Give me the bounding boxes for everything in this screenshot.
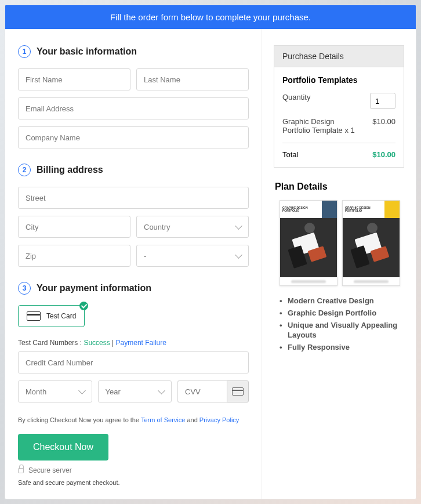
quantity-input[interactable] <box>370 93 395 109</box>
step-3-label: Your payment information <box>37 283 151 293</box>
product-name: Portfolio Templates <box>282 75 395 85</box>
right-column: Purchase Details Portfolio Templates Qua… <box>262 29 416 499</box>
cvv-hint-button[interactable] <box>227 380 249 403</box>
section-2-title: 2 Billing address <box>18 164 249 176</box>
test-card-numbers-label: Test Card Numbers : <box>18 339 84 347</box>
month-label: Month <box>26 387 46 396</box>
state-label: - <box>144 252 146 260</box>
step-1-number: 1 <box>18 45 31 58</box>
test-card-note: Test Card Numbers : Success | Payment Fa… <box>18 339 249 347</box>
line-item-price: $10.00 <box>372 117 395 126</box>
step-3-number: 3 <box>18 282 31 295</box>
month-select[interactable]: Month <box>18 380 92 403</box>
terms-of-service-link[interactable]: Term of Service <box>141 416 185 423</box>
cvv-field[interactable] <box>177 380 227 403</box>
country-label: Country <box>144 223 170 231</box>
payment-method-test-card[interactable]: Test Card <box>18 305 85 327</box>
step-2-number: 2 <box>18 164 31 176</box>
zip-field[interactable] <box>18 245 130 267</box>
plan-thumbnail-1: GRAPHIC DESIGN PORTFOLIO <box>280 200 337 286</box>
section-1-title: 1 Your basic information <box>18 45 249 58</box>
feature-item: Graphic Design Portfolio <box>288 309 404 318</box>
cc-number-field[interactable] <box>18 351 249 374</box>
plan-details-title: Plan Details <box>275 182 404 192</box>
chevron-down-icon <box>235 251 242 259</box>
thumb-1-label: GRAPHIC DESIGN PORTFOLIO <box>282 206 322 213</box>
total-value: $10.00 <box>372 150 395 159</box>
checkout-button[interactable]: Checkout Now <box>18 434 108 461</box>
thumb-2-accent <box>384 201 400 218</box>
line-item-label: Graphic Design Portfolio Template x 1 <box>282 117 364 135</box>
feature-list: Modern Creative Design Graphic Design Po… <box>274 296 404 352</box>
terms-and: and <box>185 416 199 423</box>
year-select[interactable]: Year <box>98 380 172 403</box>
lock-icon <box>18 468 24 473</box>
feature-item: Unique and Visually Appealing Layouts <box>288 321 404 340</box>
thumb-1-accent <box>322 201 337 218</box>
failure-link[interactable]: Payment Failure <box>116 339 166 347</box>
credit-card-icon <box>232 387 244 396</box>
left-column: 1 Your basic information 2 Billing addre… <box>5 29 262 499</box>
chevron-down-icon <box>158 387 165 394</box>
section-3-title: 3 Your payment information <box>18 282 249 295</box>
state-select[interactable]: - <box>136 245 249 267</box>
step-1-label: Your basic information <box>37 46 137 57</box>
street-field[interactable] <box>18 187 249 209</box>
thumb-2-label: GRAPHIC DESIGN PORTFOLIO <box>345 206 384 213</box>
terms-prefix: By clicking Checkout Now you agree to th… <box>18 416 141 423</box>
success-link[interactable]: Success <box>84 339 110 347</box>
plan-thumbnail-2: GRAPHIC DESIGN PORTFOLIO <box>342 200 400 286</box>
email-field[interactable] <box>18 97 249 119</box>
terms-text: By clicking Checkout Now you agree to th… <box>18 416 249 423</box>
chevron-down-icon <box>235 222 242 230</box>
banner: Fill the order form below to complete yo… <box>5 5 416 29</box>
year-label: Year <box>106 387 121 396</box>
purchase-details-box: Portfolio Templates Quantity Graphic Des… <box>274 67 404 168</box>
checkout-card: Fill the order form below to complete yo… <box>5 5 416 499</box>
secure-server: Secure server <box>18 466 249 474</box>
total-label: Total <box>282 150 298 159</box>
last-name-field[interactable] <box>136 68 249 90</box>
first-name-field[interactable] <box>18 68 130 90</box>
step-2-label: Billing address <box>37 165 103 175</box>
credit-card-icon <box>27 311 41 321</box>
feature-item: Fully Responsive <box>288 343 404 353</box>
country-select[interactable]: Country <box>136 216 249 238</box>
body: 1 Your basic information 2 Billing addre… <box>5 29 416 499</box>
city-field[interactable] <box>18 216 130 238</box>
quantity-label: Quantity <box>282 93 310 101</box>
plan-thumbnails: GRAPHIC DESIGN PORTFOLIO GRAPHIC DESIGN … <box>280 200 404 286</box>
purchase-details-header: Purchase Details <box>274 45 404 67</box>
safe-note: Safe and secure payment checkout. <box>18 479 249 486</box>
separator: | <box>110 339 116 347</box>
secure-server-label: Secure server <box>28 466 72 474</box>
test-card-label: Test Card <box>46 312 76 320</box>
chevron-down-icon <box>78 387 86 394</box>
feature-item: Modern Creative Design <box>288 296 404 306</box>
check-icon <box>79 302 88 310</box>
privacy-policy-link[interactable]: Privacy Policy <box>199 416 239 423</box>
company-field[interactable] <box>18 126 249 148</box>
